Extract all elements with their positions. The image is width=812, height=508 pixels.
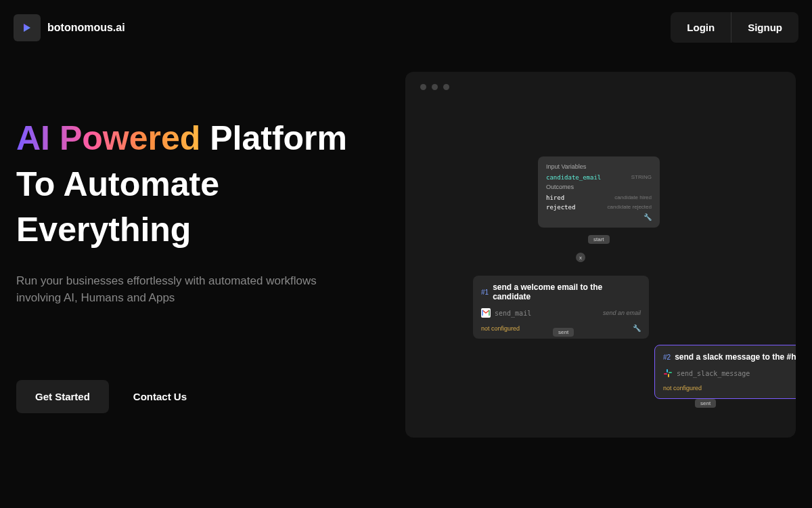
signup-button[interactable]: Signup bbox=[731, 12, 798, 43]
outcomes-label: Outcomes bbox=[546, 184, 652, 190]
hero-title-gradient: AI Powered bbox=[16, 119, 200, 157]
contact-us-button[interactable]: Contact Us bbox=[133, 391, 187, 402]
app-function: send_slack_message bbox=[677, 370, 750, 377]
step-title: send a welcome email to the candidate bbox=[493, 282, 641, 301]
start-tag: start bbox=[588, 235, 610, 244]
sent-tag: sent bbox=[553, 328, 574, 337]
svg-rect-4 bbox=[664, 373, 667, 375]
hero-subtitle: Run your businesses effortlessly with au… bbox=[16, 272, 341, 307]
config-status: not configured bbox=[663, 385, 702, 391]
workflow-preview: Input Variables candidate_email STRING O… bbox=[405, 72, 796, 438]
window-controls bbox=[405, 72, 796, 102]
app-action: send an email bbox=[603, 310, 641, 316]
var-name: candidate_email bbox=[546, 174, 601, 181]
input-variables-label: Input Variables bbox=[546, 163, 652, 170]
window-dot-icon bbox=[443, 84, 449, 90]
outcome-desc: candidate hired bbox=[614, 194, 652, 201]
outcome-desc: candidate rejected bbox=[608, 204, 652, 211]
logo-icon bbox=[14, 14, 41, 41]
svg-rect-1 bbox=[667, 369, 668, 373]
hero-title-rest: Platform bbox=[200, 119, 347, 157]
hero-title-line2: To Automate Everything bbox=[16, 165, 219, 249]
svg-rect-2 bbox=[669, 372, 672, 373]
hero-title: AI Powered Platform To Automate Everythi… bbox=[16, 116, 392, 253]
x-tag: x bbox=[576, 253, 585, 262]
sent-tag: sent bbox=[695, 399, 716, 408]
brand[interactable]: botonomous.ai bbox=[14, 14, 125, 41]
outcome-name: rejected bbox=[546, 204, 575, 211]
nav-buttons: Login Signup bbox=[671, 12, 798, 43]
login-button[interactable]: Login bbox=[671, 12, 731, 43]
wrench-icon: 🔧 bbox=[546, 213, 652, 221]
outcome-name: hired bbox=[546, 194, 564, 201]
workflow-step-card: #2 send a slack message to the #h bbox=[654, 345, 796, 399]
var-type: STRING bbox=[631, 174, 652, 181]
slack-icon bbox=[663, 368, 673, 378]
brand-name: botonomous.ai bbox=[47, 22, 125, 34]
step-number: #1 bbox=[481, 289, 489, 296]
app-function: send_mail bbox=[495, 310, 531, 317]
config-status: not configured bbox=[481, 325, 520, 332]
get-started-button[interactable]: Get Started bbox=[16, 380, 109, 413]
window-dot-icon bbox=[420, 84, 426, 90]
gmail-icon bbox=[481, 308, 491, 318]
wrench-icon: 🔧 bbox=[633, 324, 641, 332]
window-dot-icon bbox=[432, 84, 438, 90]
svg-rect-3 bbox=[668, 374, 669, 377]
step-title: send a slack message to the #h bbox=[675, 352, 796, 362]
variables-card: Input Variables candidate_email STRING O… bbox=[538, 156, 660, 228]
step-number: #2 bbox=[663, 354, 671, 361]
